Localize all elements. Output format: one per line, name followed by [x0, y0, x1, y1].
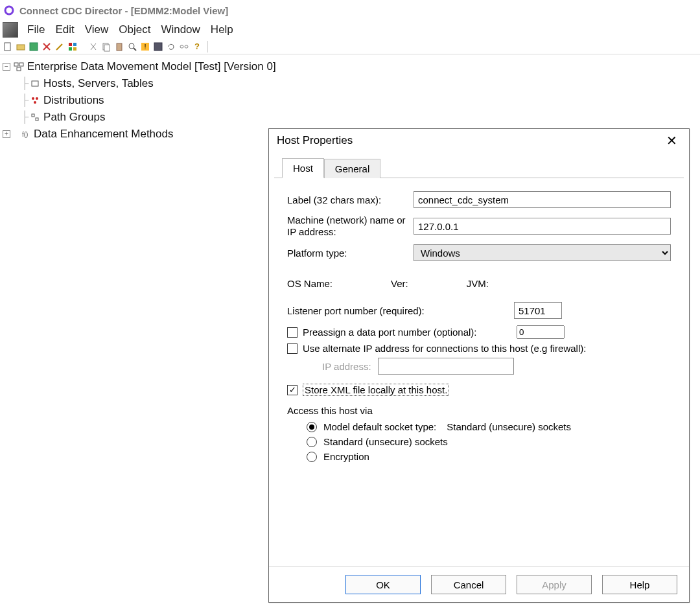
preassign-checkbox[interactable]	[287, 327, 298, 338]
app-icon	[3, 22, 18, 38]
svg-rect-32	[36, 118, 38, 121]
svg-text:f(): f()	[22, 131, 28, 138]
menubar: File Edit View Object Window Help	[0, 21, 700, 39]
label-ipaddr: IP address:	[322, 361, 371, 372]
svg-point-29	[36, 97, 38, 100]
toolbar-open-icon[interactable]	[16, 41, 26, 52]
menu-help[interactable]: Help	[205, 22, 239, 38]
svg-rect-31	[32, 114, 34, 117]
data-port-input[interactable]	[517, 325, 565, 339]
tree-item-label: Data Enhancement Methods	[34, 128, 173, 141]
window-title: Connect CDC Director - [EDMM2:Model View…	[19, 5, 228, 16]
svg-rect-3	[30, 43, 38, 51]
label-label: Label (32 chars max):	[287, 194, 414, 205]
label-platform: Platform type:	[287, 248, 414, 259]
server-icon	[29, 79, 41, 88]
ok-button[interactable]: OK	[345, 575, 421, 594]
host-properties-dialog: Host Properties ✕ Host General Label (32…	[268, 128, 690, 603]
svg-text:!: !	[144, 43, 146, 51]
toolbar-paste-icon[interactable]	[114, 41, 124, 52]
svg-rect-8	[73, 43, 76, 46]
label-preassign: Preassign a data port number (optional):	[303, 327, 511, 338]
platform-select[interactable]: Windows	[414, 244, 671, 261]
radio-encryption[interactable]	[307, 452, 317, 462]
toolbar-link-icon[interactable]	[179, 41, 189, 52]
menu-object[interactable]: Object	[113, 22, 156, 38]
path-icon	[29, 113, 41, 122]
tree-root-label: Enterprise Data Movement Model [Test] [V…	[27, 60, 276, 73]
toolbar-cut-icon[interactable]	[88, 41, 99, 52]
tree-item-label: Path Groups	[43, 111, 105, 124]
toolbar-copy-icon[interactable]	[101, 41, 111, 52]
label-radio-std: Standard (unsecure) sockets	[323, 436, 448, 447]
app-logo-icon	[4, 5, 14, 16]
apply-button[interactable]: Apply	[517, 575, 592, 594]
toolbar-help-icon[interactable]: ?	[192, 41, 202, 52]
menu-window[interactable]: Window	[156, 22, 205, 38]
label-radio-default-prefix: Model default socket type:	[323, 421, 436, 432]
distribution-icon	[29, 96, 41, 105]
radio-standard[interactable]	[307, 437, 317, 447]
toolbar-save-icon[interactable]	[29, 41, 39, 52]
tree-item-pathgroups[interactable]: ├ Path Groups	[3, 109, 697, 126]
label-storexml: Store XML file locally at this host.	[303, 384, 449, 396]
svg-rect-26	[17, 67, 21, 71]
machine-input[interactable]	[414, 218, 671, 235]
svg-text:?: ?	[194, 41, 200, 51]
tab-general[interactable]: General	[324, 159, 380, 178]
toolbar-refresh-icon[interactable]	[166, 41, 176, 52]
label-accessvia: Access this host via	[287, 405, 671, 416]
tab-host[interactable]: Host	[282, 158, 324, 178]
toolbar-wand-icon[interactable]	[54, 41, 65, 52]
svg-rect-27	[32, 81, 38, 86]
collapse-icon[interactable]: −	[3, 63, 10, 71]
radio-model-default[interactable]	[307, 422, 317, 432]
window-titlebar: Connect CDC Director - [EDMM2:Model View…	[0, 0, 700, 21]
svg-rect-25	[19, 63, 23, 66]
toolbar-warn-icon[interactable]: !	[140, 41, 150, 52]
tree-item-label: Distributions	[43, 94, 104, 107]
menu-view[interactable]: View	[80, 22, 114, 38]
label-radio-default-value: Standard (unsecure) sockets	[447, 421, 571, 432]
tree-item-distributions[interactable]: ├ Distributions	[3, 92, 697, 109]
label-osname: OS Name:	[287, 278, 332, 289]
label-jvm: JVM:	[467, 278, 489, 289]
toolbar-delete-icon[interactable]	[41, 41, 52, 52]
model-icon	[13, 62, 25, 71]
listener-port-input[interactable]	[514, 302, 562, 319]
toolbar-search-icon[interactable]	[127, 41, 137, 52]
svg-rect-7	[69, 43, 72, 46]
altip-checkbox[interactable]	[287, 343, 298, 354]
close-icon[interactable]: ✕	[662, 134, 681, 147]
toolbar-grid-icon[interactable]	[67, 41, 78, 52]
svg-rect-24	[14, 63, 18, 66]
svg-rect-22	[185, 45, 188, 48]
svg-point-0	[5, 6, 13, 14]
svg-line-17	[134, 48, 136, 51]
label-input[interactable]	[414, 191, 671, 208]
ipaddr-input[interactable]	[378, 358, 514, 375]
storexml-checkbox[interactable]: ✓	[287, 385, 298, 395]
label-listener: Listener port number (required):	[287, 305, 514, 316]
dialog-tabs: Host General	[274, 156, 684, 178]
svg-rect-2	[17, 45, 25, 50]
svg-rect-9	[69, 47, 72, 51]
menu-edit[interactable]: Edit	[50, 22, 79, 38]
toolbar-new-icon[interactable]	[3, 41, 13, 52]
svg-line-6	[56, 44, 62, 50]
svg-rect-1	[5, 43, 10, 51]
function-icon: f()	[19, 130, 31, 139]
tree-root[interactable]: − Enterprise Data Movement Model [Test] …	[3, 58, 697, 75]
label-radio-enc: Encryption	[323, 451, 369, 462]
toolbar: ! ?	[0, 39, 700, 54]
label-ver: Ver:	[391, 278, 408, 289]
toolbar-disk-icon[interactable]	[153, 41, 163, 52]
svg-rect-21	[180, 45, 183, 48]
expand-icon[interactable]: +	[3, 130, 10, 138]
svg-point-16	[129, 43, 134, 49]
tree-item-hosts[interactable]: ├ Hosts, Servers, Tables	[3, 75, 697, 92]
menu-file[interactable]: File	[22, 22, 50, 38]
help-button[interactable]: Help	[602, 575, 677, 594]
cancel-button[interactable]: Cancel	[431, 575, 506, 594]
svg-rect-20	[154, 43, 162, 51]
